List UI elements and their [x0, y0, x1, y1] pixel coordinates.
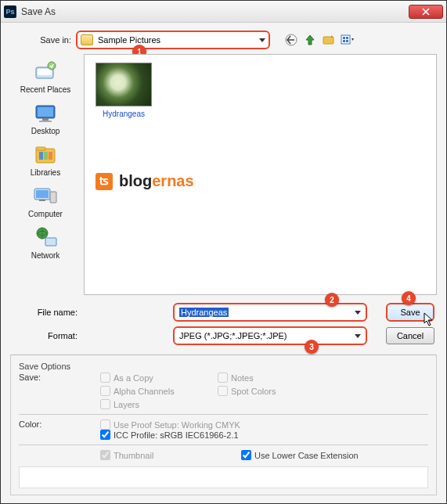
nav-up-icon[interactable]: [303, 33, 317, 47]
photoshop-icon: Ps: [4, 5, 16, 18]
save-options-panel: Save Options Save: As a Copy Notes Alpha…: [10, 355, 437, 495]
svg-rect-5: [343, 40, 345, 42]
notes-checkbox[interactable]: Notes: [218, 373, 312, 383]
svg-rect-6: [346, 40, 348, 42]
cursor-icon: [424, 312, 436, 326]
cancel-button[interactable]: Cancel: [386, 327, 434, 344]
svg-rect-8: [38, 69, 52, 75]
svg-rect-22: [50, 192, 56, 203]
titlebar[interactable]: Ps Save As: [1, 1, 446, 23]
chevron-down-icon: [355, 334, 361, 338]
file-item-hydrangeas[interactable]: Hydrangeas: [92, 63, 155, 118]
proof-setup-checkbox[interactable]: Use Proof Setup: Working CMYK: [100, 419, 428, 430]
nav-view-icon[interactable]: [341, 33, 355, 47]
places-bar: Recent Places Desktop Libraries: [10, 54, 81, 295]
callout-4: 4: [402, 291, 416, 305]
place-computer[interactable]: Computer: [10, 183, 81, 218]
svg-rect-17: [44, 152, 48, 160]
filename-label: File name:: [10, 308, 78, 317]
place-desktop[interactable]: Desktop: [10, 100, 81, 135]
recent-icon: [31, 59, 59, 84]
close-icon: [422, 8, 430, 16]
save-in-dropdown[interactable]: Sample Pictures 1: [76, 31, 270, 49]
place-libraries[interactable]: Libraries: [10, 142, 81, 177]
network-icon: [31, 225, 59, 250]
place-recent[interactable]: Recent Places: [10, 59, 81, 94]
format-label: Format:: [10, 331, 78, 340]
svg-rect-11: [38, 107, 53, 117]
layers-checkbox[interactable]: Layers: [100, 399, 194, 409]
save-in-value: Sample Pictures: [98, 35, 259, 45]
icc-profile-checkbox[interactable]: ICC Profile: sRGB IEC61966-2.1: [100, 430, 428, 440]
save-in-label: Save in:: [10, 35, 71, 45]
desktop-icon: [31, 100, 59, 125]
folder-icon: [81, 34, 93, 45]
svg-rect-15: [36, 147, 45, 150]
computer-icon: [31, 183, 59, 208]
svg-rect-2: [341, 35, 350, 44]
svg-rect-4: [346, 37, 348, 39]
svg-rect-20: [36, 190, 49, 198]
save-options-header: Save Options: [19, 362, 428, 371]
chevron-down-icon: [355, 311, 361, 315]
svg-rect-13: [39, 121, 52, 122]
lowercase-ext-checkbox[interactable]: Use Lower Case Extension: [241, 450, 359, 460]
svg-rect-1: [323, 37, 333, 44]
format-dropdown[interactable]: JPEG (*.JPG;*.JPEG;*.JPE) 3: [173, 326, 367, 345]
warning-area: [19, 466, 428, 488]
svg-rect-3: [343, 37, 345, 39]
close-button[interactable]: [409, 5, 443, 19]
libraries-icon: [31, 142, 59, 167]
chevron-down-icon: [259, 38, 265, 42]
svg-rect-12: [42, 118, 49, 121]
svg-rect-21: [39, 200, 45, 201]
watermark-icon: ʦ: [96, 173, 113, 190]
save-button[interactable]: Save 4: [386, 303, 434, 322]
spot-colors-checkbox[interactable]: Spot Colors: [218, 386, 312, 396]
thumbnail-checkbox[interactable]: Thumbnail: [100, 450, 194, 460]
place-network[interactable]: Network: [10, 225, 81, 260]
filename-input[interactable]: Hydrangeas 2: [173, 303, 367, 322]
save-section-label: Save:: [19, 373, 97, 409]
callout-2: 2: [325, 293, 339, 307]
svg-rect-16: [39, 152, 43, 160]
color-section-label: Color:: [19, 419, 97, 440]
watermark: ʦ blogernas: [96, 172, 194, 190]
callout-3: 3: [305, 340, 319, 354]
svg-point-9: [48, 62, 56, 70]
alpha-channels-checkbox[interactable]: Alpha Channels: [100, 386, 194, 396]
svg-rect-18: [49, 152, 52, 160]
nav-back-icon[interactable]: [284, 33, 298, 47]
file-list-pane[interactable]: Hydrangeas ʦ blogernas: [84, 54, 437, 295]
thumbnail-image: [96, 63, 152, 106]
nav-newfolder-icon[interactable]: [322, 33, 336, 47]
window-title: Save As: [21, 6, 409, 17]
svg-rect-24: [45, 238, 56, 246]
save-as-dialog: Ps Save As Save in: Sample Pictures 1: [0, 0, 447, 504]
as-a-copy-checkbox[interactable]: As a Copy: [100, 373, 194, 383]
